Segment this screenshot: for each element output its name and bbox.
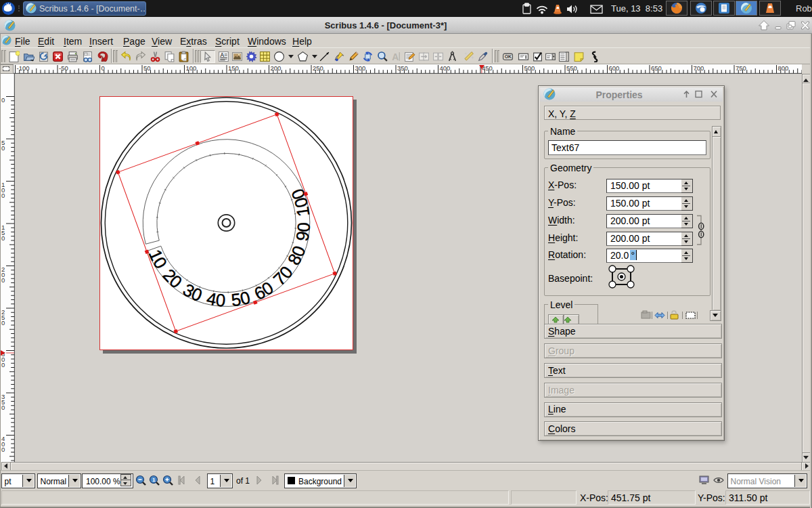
svg-text:OK: OK (505, 54, 512, 59)
svg-text:700: 700 (694, 64, 704, 72)
svg-text:0: 0 (1, 319, 5, 326)
svg-text:650: 650 (651, 64, 662, 72)
svg-text:600: 600 (609, 64, 620, 72)
svg-text:0: 0 (1, 404, 5, 411)
svg-text:A: A (220, 51, 224, 58)
svg-text:350: 350 (397, 64, 408, 72)
svg-text:0: 0 (1, 96, 5, 104)
svg-text:0: 0 (1, 234, 5, 242)
svg-text:0: 0 (1, 361, 5, 368)
svg-text:800: 800 (778, 64, 789, 72)
svg-text:250: 250 (313, 64, 323, 72)
svg-text:-100: -100 (17, 64, 30, 72)
svg-text:200: 200 (271, 64, 281, 72)
svg-text:150: 150 (228, 64, 239, 72)
svg-text:-50: -50 (59, 64, 68, 72)
svg-text:0: 0 (1, 144, 5, 152)
svg-text:750: 750 (736, 64, 746, 72)
svg-text:0: 0 (1, 446, 5, 453)
svg-text:500: 500 (524, 64, 535, 72)
svg-text:550: 550 (566, 64, 577, 72)
svg-text:0: 0 (1, 276, 5, 284)
svg-text:400: 400 (440, 64, 451, 72)
svg-text:300: 300 (355, 64, 366, 72)
svg-text:0: 0 (1, 192, 5, 199)
svg-text:A: A (392, 51, 399, 62)
svg-text:50: 50 (143, 64, 151, 72)
svg-text:1: 1 (152, 477, 156, 483)
svg-text:100: 100 (186, 64, 197, 72)
